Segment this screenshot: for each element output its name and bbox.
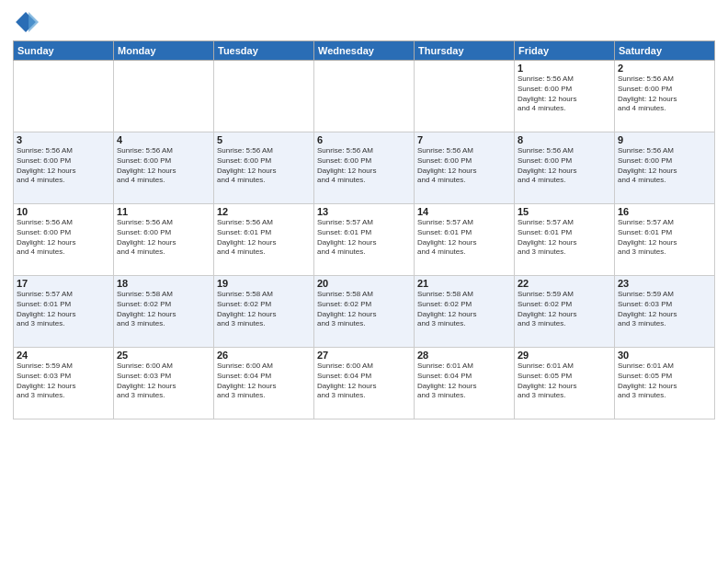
calendar-cell: 20Sunrise: 5:58 AM Sunset: 6:02 PM Dayli… [314, 276, 415, 348]
calendar-cell: 11Sunrise: 5:56 AM Sunset: 6:00 PM Dayli… [114, 204, 214, 276]
calendar-cell: 24Sunrise: 5:59 AM Sunset: 6:03 PM Dayli… [14, 348, 114, 419]
day-info: Sunrise: 5:56 AM Sunset: 6:01 PM Dayligh… [217, 218, 311, 258]
logo [13, 9, 40, 35]
calendar-cell: 13Sunrise: 5:57 AM Sunset: 6:01 PM Dayli… [314, 204, 415, 276]
day-number: 25 [117, 350, 210, 361]
weekday-header-saturday: Saturday [615, 41, 715, 61]
day-info: Sunrise: 5:57 AM Sunset: 6:01 PM Dayligh… [518, 218, 611, 258]
weekday-header-tuesday: Tuesday [214, 41, 314, 61]
calendar-cell: 9Sunrise: 5:56 AM Sunset: 6:00 PM Daylig… [615, 132, 715, 204]
day-number: 18 [117, 278, 210, 289]
day-info: Sunrise: 6:00 AM Sunset: 6:04 PM Dayligh… [317, 362, 411, 401]
page-header [13, 9, 715, 35]
day-info: Sunrise: 5:58 AM Sunset: 6:02 PM Dayligh… [417, 290, 511, 329]
weekday-header-sunday: Sunday [14, 41, 114, 61]
day-number: 20 [317, 278, 411, 289]
calendar-cell: 26Sunrise: 6:00 AM Sunset: 6:04 PM Dayli… [214, 348, 314, 419]
day-info: Sunrise: 6:00 AM Sunset: 6:04 PM Dayligh… [217, 362, 311, 401]
day-info: Sunrise: 5:56 AM Sunset: 6:00 PM Dayligh… [618, 75, 711, 114]
calendar-cell: 17Sunrise: 5:57 AM Sunset: 6:01 PM Dayli… [14, 276, 114, 348]
day-number: 17 [17, 278, 110, 289]
day-info: Sunrise: 6:01 AM Sunset: 6:05 PM Dayligh… [518, 362, 611, 401]
day-info: Sunrise: 5:58 AM Sunset: 6:02 PM Dayligh… [217, 290, 311, 329]
day-info: Sunrise: 5:56 AM Sunset: 6:00 PM Dayligh… [518, 146, 611, 186]
day-number: 7 [417, 134, 511, 145]
calendar-cell [214, 61, 314, 132]
day-number: 6 [317, 134, 411, 145]
day-info: Sunrise: 5:56 AM Sunset: 6:00 PM Dayligh… [618, 146, 711, 186]
day-number: 8 [518, 134, 611, 145]
day-number: 1 [518, 63, 611, 74]
svg-marker-1 [28, 12, 39, 32]
calendar-cell: 12Sunrise: 5:56 AM Sunset: 6:01 PM Dayli… [214, 204, 314, 276]
day-number: 28 [417, 350, 511, 361]
day-number: 26 [217, 350, 311, 361]
day-info: Sunrise: 5:59 AM Sunset: 6:03 PM Dayligh… [618, 290, 711, 329]
calendar-cell: 15Sunrise: 5:57 AM Sunset: 6:01 PM Dayli… [515, 204, 615, 276]
day-info: Sunrise: 5:56 AM Sunset: 6:00 PM Dayligh… [17, 146, 110, 186]
weekday-header-monday: Monday [114, 41, 214, 61]
calendar-cell: 14Sunrise: 5:57 AM Sunset: 6:01 PM Dayli… [415, 204, 515, 276]
weekday-header-thursday: Thursday [415, 41, 515, 61]
day-number: 29 [518, 350, 611, 361]
calendar-cell: 7Sunrise: 5:56 AM Sunset: 6:00 PM Daylig… [415, 132, 515, 204]
day-info: Sunrise: 5:56 AM Sunset: 6:00 PM Dayligh… [117, 218, 210, 258]
calendar-cell: 5Sunrise: 5:56 AM Sunset: 6:00 PM Daylig… [214, 132, 314, 204]
calendar-cell: 4Sunrise: 5:56 AM Sunset: 6:00 PM Daylig… [114, 132, 214, 204]
calendar-cell: 29Sunrise: 6:01 AM Sunset: 6:05 PM Dayli… [515, 348, 615, 419]
calendar-table: SundayMondayTuesdayWednesdayThursdayFrid… [13, 40, 715, 419]
day-info: Sunrise: 5:58 AM Sunset: 6:02 PM Dayligh… [117, 290, 210, 329]
calendar-cell: 1Sunrise: 5:56 AM Sunset: 6:00 PM Daylig… [515, 61, 615, 132]
calendar-cell: 21Sunrise: 5:58 AM Sunset: 6:02 PM Dayli… [415, 276, 515, 348]
day-number: 3 [17, 134, 110, 145]
day-info: Sunrise: 5:57 AM Sunset: 6:01 PM Dayligh… [17, 290, 110, 329]
day-number: 9 [618, 134, 711, 145]
calendar-cell [314, 61, 415, 132]
day-number: 23 [618, 278, 711, 289]
day-number: 10 [17, 206, 110, 217]
day-info: Sunrise: 5:59 AM Sunset: 6:03 PM Dayligh… [17, 362, 110, 401]
day-number: 5 [217, 134, 311, 145]
day-number: 27 [317, 350, 411, 361]
weekday-header-wednesday: Wednesday [314, 41, 415, 61]
day-number: 24 [17, 350, 110, 361]
calendar-cell [114, 61, 214, 132]
calendar-cell: 25Sunrise: 6:00 AM Sunset: 6:03 PM Dayli… [114, 348, 214, 419]
day-number: 13 [317, 206, 411, 217]
day-number: 30 [618, 350, 711, 361]
day-info: Sunrise: 5:59 AM Sunset: 6:02 PM Dayligh… [518, 290, 611, 329]
day-number: 4 [117, 134, 210, 145]
weekday-header-friday: Friday [515, 41, 615, 61]
logo-icon [13, 9, 39, 35]
day-info: Sunrise: 5:56 AM Sunset: 6:00 PM Dayligh… [217, 146, 311, 186]
day-number: 21 [417, 278, 511, 289]
day-number: 15 [518, 206, 611, 217]
calendar-cell: 3Sunrise: 5:56 AM Sunset: 6:00 PM Daylig… [14, 132, 114, 204]
calendar-cell: 22Sunrise: 5:59 AM Sunset: 6:02 PM Dayli… [515, 276, 615, 348]
day-number: 19 [217, 278, 311, 289]
calendar-cell: 6Sunrise: 5:56 AM Sunset: 6:00 PM Daylig… [314, 132, 415, 204]
day-info: Sunrise: 6:00 AM Sunset: 6:03 PM Dayligh… [117, 362, 210, 401]
day-number: 11 [117, 206, 210, 217]
day-number: 22 [518, 278, 611, 289]
calendar-cell: 30Sunrise: 6:01 AM Sunset: 6:05 PM Dayli… [615, 348, 715, 419]
calendar-cell: 28Sunrise: 6:01 AM Sunset: 6:04 PM Dayli… [415, 348, 515, 419]
calendar-cell: 10Sunrise: 5:56 AM Sunset: 6:00 PM Dayli… [14, 204, 114, 276]
calendar-cell [415, 61, 515, 132]
calendar-cell [14, 61, 114, 132]
day-info: Sunrise: 5:56 AM Sunset: 6:00 PM Dayligh… [117, 146, 210, 186]
calendar-cell: 16Sunrise: 5:57 AM Sunset: 6:01 PM Dayli… [615, 204, 715, 276]
calendar-cell: 23Sunrise: 5:59 AM Sunset: 6:03 PM Dayli… [615, 276, 715, 348]
calendar-cell: 2Sunrise: 5:56 AM Sunset: 6:00 PM Daylig… [615, 61, 715, 132]
day-info: Sunrise: 6:01 AM Sunset: 6:04 PM Dayligh… [417, 362, 511, 401]
day-info: Sunrise: 5:56 AM Sunset: 6:00 PM Dayligh… [17, 218, 110, 258]
day-info: Sunrise: 5:58 AM Sunset: 6:02 PM Dayligh… [317, 290, 411, 329]
day-info: Sunrise: 5:56 AM Sunset: 6:00 PM Dayligh… [317, 146, 411, 186]
day-info: Sunrise: 5:57 AM Sunset: 6:01 PM Dayligh… [317, 218, 411, 258]
day-number: 14 [417, 206, 511, 217]
calendar-cell: 8Sunrise: 5:56 AM Sunset: 6:00 PM Daylig… [515, 132, 615, 204]
calendar-cell: 27Sunrise: 6:00 AM Sunset: 6:04 PM Dayli… [314, 348, 415, 419]
day-info: Sunrise: 5:57 AM Sunset: 6:01 PM Dayligh… [618, 218, 711, 258]
day-info: Sunrise: 5:56 AM Sunset: 6:00 PM Dayligh… [417, 146, 511, 186]
day-number: 12 [217, 206, 311, 217]
